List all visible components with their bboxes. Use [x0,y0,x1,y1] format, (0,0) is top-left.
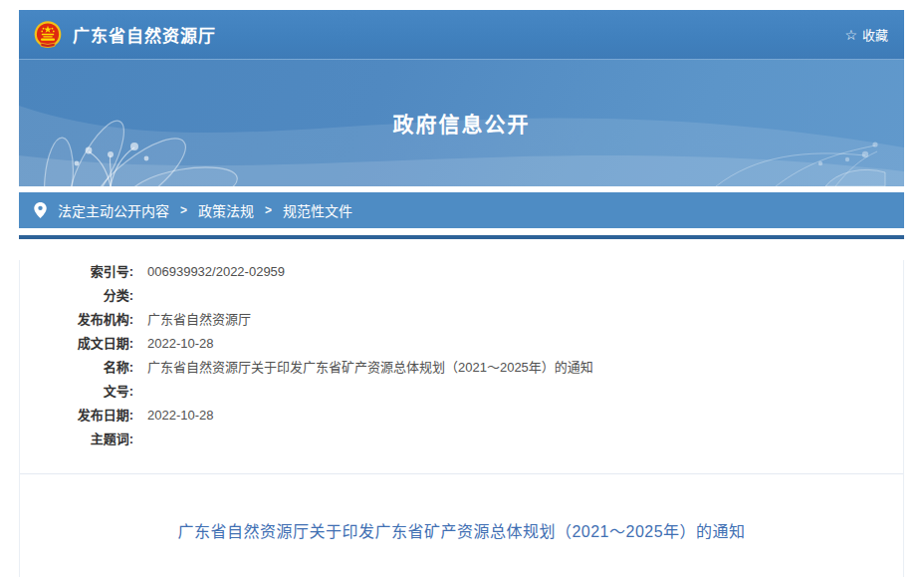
meta-row: 主题词: [38,428,593,451]
meta-row: 发布机构: 广东省自然资源厅 [38,308,593,332]
meta-value [133,428,593,451]
favorite-button[interactable]: ☆ 收藏 [844,25,888,44]
breadcrumb-item-legal-disclosure[interactable]: 法定主动公开内容 [58,200,169,220]
national-emblem-icon [33,20,63,50]
meta-row: 发布日期: 2022-10-28 [38,404,593,428]
meta-row: 索引号: 006939932/2022-02959 [38,260,593,284]
site-header: 广东省自然资源厅 ☆ 收藏 [19,10,904,60]
star-icon: ☆ [844,28,857,42]
meta-value: 2022-10-28 [133,404,593,428]
meta-label: 成文日期: [38,332,133,356]
page: 广东省自然资源厅 ☆ 收藏 [0,0,924,577]
meta-label: 分类: [38,284,133,308]
breadcrumb-item-policies[interactable]: 政策法规 [198,200,254,220]
meta-label: 发布机构: [38,308,133,332]
document-title: 广东省自然资源厅关于印发广东省矿产资源总体规划（2021～2025年）的通知 [50,518,873,542]
site-title: 广东省自然资源厅 [73,22,216,47]
meta-row: 名称: 广东省自然资源厅关于印发广东省矿产资源总体规划（2021～2025年）的… [38,356,593,380]
meta-label: 索引号: [38,260,133,284]
breadcrumb: 法定主动公开内容 > 政策法规 > 规范性文件 [19,192,904,228]
meta-label: 发布日期: [38,404,133,428]
meta-value: 广东省自然资源厅关于印发广东省矿产资源总体规划（2021～2025年）的通知 [133,356,593,380]
location-pin-icon [34,202,47,218]
breadcrumb-item-normative-documents[interactable]: 规范性文件 [283,200,352,220]
meta-value: 2022-10-28 [133,332,593,356]
banner: 政府信息公开 [19,60,904,186]
meta-row: 成文日期: 2022-10-28 [38,332,593,356]
divider-rule [19,235,904,239]
meta-label: 文号: [38,380,133,404]
page-shell: 广东省自然资源厅 ☆ 收藏 [19,10,904,577]
meta-label: 名称: [38,356,133,380]
page-title: 政府信息公开 [19,108,904,138]
meta-value [133,380,593,404]
meta-value: 006939932/2022-02959 [133,260,593,284]
meta-value [133,284,593,308]
meta-row: 文号: [38,380,593,404]
document-title-block: 广东省自然资源厅关于印发广东省矿产资源总体规划（2021～2025年）的通知 [20,474,903,572]
site-brand[interactable]: 广东省自然资源厅 [33,20,216,50]
favorite-label: 收藏 [862,25,888,44]
content-panel: 索引号: 006939932/2022-02959 分类: 发布机构: 广东省自… [19,260,904,577]
breadcrumb-separator: > [180,203,187,217]
breadcrumb-separator: > [265,203,272,217]
meta-row: 分类: [38,284,593,308]
meta-value: 广东省自然资源厅 [133,308,593,332]
meta-table: 索引号: 006939932/2022-02959 分类: 发布机构: 广东省自… [38,260,593,451]
meta-label: 主题词: [38,428,133,451]
